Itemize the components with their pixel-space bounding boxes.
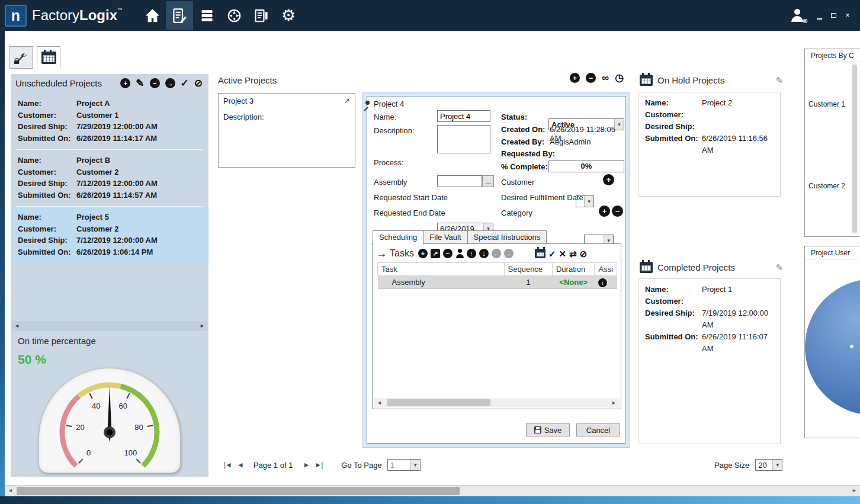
clock-icon[interactable]: ◷ xyxy=(615,73,624,83)
open-task-button[interactable]: ↗ xyxy=(431,249,440,258)
goto-page-combo[interactable]: 1 ▾ xyxy=(387,459,421,471)
project-card-5-selected[interactable]: Name:Project 5 Customer:Customer 2 Desir… xyxy=(11,207,208,264)
scrollbar-thumb[interactable] xyxy=(387,399,490,406)
remove-active-project-button[interactable]: − xyxy=(586,73,596,83)
floppy-icon xyxy=(534,426,541,434)
column-duration[interactable]: Duration xyxy=(552,263,594,276)
maximize-button[interactable] xyxy=(829,11,837,20)
clear-tasks-icon[interactable]: ⊘ xyxy=(580,249,588,258)
edit-completed-icon[interactable]: ✎ xyxy=(775,262,783,273)
scroll-left-icon[interactable]: ◄ xyxy=(8,488,13,493)
scheduling-nav-button[interactable] xyxy=(166,1,193,30)
cancel-button[interactable]: ⊘ xyxy=(194,78,203,88)
scroll-right-icon[interactable]: ► xyxy=(611,400,617,406)
save-button[interactable]: Save xyxy=(526,423,570,436)
page-size-combo[interactable]: 20 ▾ xyxy=(755,459,782,471)
task-row[interactable]: Assembly 1 <None> i xyxy=(378,276,617,289)
add-customer-button[interactable]: + xyxy=(603,174,614,185)
home-nav-button[interactable] xyxy=(139,1,166,30)
materials-nav-button[interactable] xyxy=(193,1,220,30)
add-category-button[interactable]: + xyxy=(599,206,610,217)
name-input[interactable] xyxy=(437,110,490,122)
fulfillment-date-label: Desired Fulfillment Date xyxy=(501,193,583,202)
assign-user-icon[interactable] xyxy=(455,249,464,258)
assembly-input[interactable] xyxy=(437,175,482,187)
edit-project-button[interactable]: ✎ xyxy=(136,78,144,88)
edit-onhold-icon[interactable]: ✎ xyxy=(775,75,783,86)
column-assigned[interactable]: Assi xyxy=(595,263,617,276)
last-page-button[interactable]: ►| xyxy=(315,461,322,469)
pagination-bar: |◄ ◄ Page 1 of 1 ► ►| Go To Page 1 ▾ xyxy=(224,459,421,471)
binoculars-icon[interactable]: ∞ xyxy=(602,73,609,83)
description-textarea[interactable] xyxy=(437,125,490,153)
tab-configuration[interactable] xyxy=(9,46,33,69)
scroll-left-icon[interactable]: ◄ xyxy=(14,323,20,329)
onhold-panel[interactable]: Name:Project 2 Customer: Desired Ship: S… xyxy=(638,92,781,197)
tab-file-vault[interactable]: File Vault xyxy=(423,230,467,245)
add-project-button[interactable]: + xyxy=(120,78,130,88)
pin-icon[interactable] xyxy=(362,100,371,108)
unscheduled-horizontal-scrollbar[interactable]: ◄ ► xyxy=(12,321,207,331)
submitted-label: Submitted On: xyxy=(645,331,702,355)
gauge-chart: 0 20 40 60 80 100 xyxy=(39,368,180,473)
minimize-button[interactable] xyxy=(815,11,823,20)
tab-scheduling[interactable] xyxy=(37,46,60,69)
window-frame-bottom xyxy=(0,496,860,504)
remove-project-button[interactable]: − xyxy=(150,78,160,88)
assembly-browse-button[interactable]: … xyxy=(482,175,494,187)
tasks-horizontal-scrollbar[interactable]: ◄ ► xyxy=(374,398,620,407)
move-down-button[interactable]: ↓ xyxy=(479,249,489,258)
tab-scheduling-detail[interactable]: Scheduling xyxy=(373,230,423,245)
schedule-task-icon[interactable] xyxy=(535,249,545,258)
remove-task-button[interactable]: − xyxy=(443,249,453,258)
tracking-nav-button[interactable] xyxy=(220,1,248,30)
project-3-card[interactable]: Project 3 ↗ Description: xyxy=(218,93,355,168)
user-logout-button[interactable]: ⊗ xyxy=(790,9,804,22)
tab-special-instructions[interactable]: Special Instructions xyxy=(468,230,547,245)
scroll-right-icon[interactable]: ► xyxy=(200,323,205,329)
project-card-b[interactable]: Name:Project B Customer:Customer 2 Desir… xyxy=(15,150,203,207)
prev-page-button[interactable]: ◄ xyxy=(237,461,243,469)
remove-category-button[interactable]: − xyxy=(612,206,623,217)
scrollbar-thumb[interactable] xyxy=(17,487,460,495)
scheduling-form-icon xyxy=(172,8,188,24)
next-page-button[interactable]: ► xyxy=(303,461,309,469)
main-horizontal-scrollbar[interactable]: ◄ ► xyxy=(5,485,860,496)
reports-nav-button[interactable] xyxy=(248,1,275,30)
expand-icon[interactable]: ↗ xyxy=(344,97,350,105)
scrollbar-thumb[interactable] xyxy=(852,65,857,233)
column-task[interactable]: Task xyxy=(378,263,505,276)
cancel-button[interactable]: Cancel xyxy=(576,423,620,436)
accept-button[interactable]: ✓ xyxy=(181,78,189,88)
close-button[interactable]: × xyxy=(843,11,852,20)
goto-page-value: 1 xyxy=(390,461,409,470)
column-sequence[interactable]: Sequence xyxy=(504,263,552,276)
add-active-project-button[interactable]: + xyxy=(570,73,580,83)
project-user-panel: Project User xyxy=(804,246,860,438)
cancel-tasks-icon[interactable]: ✕ xyxy=(559,249,566,258)
customer-label: Customer xyxy=(501,178,534,187)
active-projects-toolbar: + − ∞ ◷ xyxy=(570,73,624,83)
scroll-left-icon[interactable]: ◄ xyxy=(377,400,382,406)
move-right-button[interactable]: → xyxy=(504,249,514,258)
reorder-tasks-icon[interactable]: ⇄ xyxy=(569,249,577,258)
pct-complete-field[interactable]: 0% xyxy=(548,160,624,172)
name-label: Name: xyxy=(645,284,702,296)
move-left-button[interactable]: ← xyxy=(492,249,501,258)
project-card-a[interactable]: Name:Project A Customer:Customer 1 Desir… xyxy=(15,93,203,150)
onhold-name-value: Project 2 xyxy=(702,97,732,109)
task-duration-cell[interactable]: <None> xyxy=(552,276,594,289)
page-size-value: 20 xyxy=(758,461,771,470)
settings-nav-button[interactable]: ⚙ xyxy=(275,1,302,30)
first-page-button[interactable]: |◄ xyxy=(224,461,232,469)
schedule-project-button[interactable]: → xyxy=(165,78,175,88)
customer-1-label: Customer 1 xyxy=(808,100,845,108)
scroll-right-icon[interactable]: ► xyxy=(852,488,857,493)
add-task-button[interactable]: + xyxy=(418,249,428,258)
move-up-button[interactable]: ↑ xyxy=(467,249,476,258)
completed-panel[interactable]: Name:Project 1 Customer: Desired Ship:7/… xyxy=(638,278,781,444)
info-icon[interactable]: i xyxy=(598,278,607,287)
confirm-tasks-icon[interactable]: ✓ xyxy=(548,249,556,258)
by-customer-scrollbar[interactable] xyxy=(852,63,858,234)
customer-label: Customer: xyxy=(18,223,76,235)
